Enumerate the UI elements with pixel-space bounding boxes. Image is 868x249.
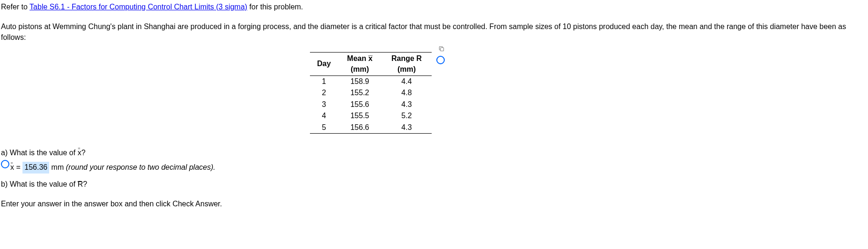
col-mean: _ Mean x (mm) <box>338 53 382 76</box>
question-a: a) What is the value of x? <box>1 148 867 158</box>
answer-a-line: x = 156.36 mm (round your response to tw… <box>10 162 867 173</box>
col-range: Range R (mm) <box>382 53 432 76</box>
refer-text: Refer to <box>1 3 29 11</box>
table-row: 1158.94.4 <box>310 75 432 87</box>
svg-rect-0 <box>441 48 444 51</box>
x-double-bar: x <box>78 149 81 157</box>
answer-value-box[interactable]: 156.36 <box>22 162 49 173</box>
col-day: Day <box>310 53 338 76</box>
footer-instruction: Enter your answer in the answer box and … <box>1 199 867 209</box>
table-row: 5156.64.3 <box>310 122 432 134</box>
table-row: 4155.55.2 <box>310 110 432 121</box>
r-bar: R <box>78 180 83 188</box>
intro-refer-line: Refer to Table S6.1 - Factors for Comput… <box>1 2 867 12</box>
data-table: Day _ Mean x (mm) Range R (mm) 1158.94.4… <box>310 52 432 134</box>
after-link-text: for this problem. <box>247 3 303 11</box>
question-b: b) What is the value of R? <box>1 179 867 189</box>
table-row: 2155.24.8 <box>310 87 432 98</box>
problem-paragraph: Auto pistons at Wemming Chung's plant in… <box>1 22 867 43</box>
data-table-wrap: Day _ Mean x (mm) Range R (mm) 1158.94.4… <box>310 52 460 134</box>
x-double-bar: x <box>10 163 14 171</box>
marker-circle-icon <box>436 56 445 64</box>
table-s6-link[interactable]: Table S6.1 - Factors for Computing Contr… <box>29 3 247 11</box>
marker-circle-icon <box>1 160 9 168</box>
answer-hint: (round your response to two decimal plac… <box>66 163 215 171</box>
copy-icon[interactable] <box>438 45 445 51</box>
table-row: 3155.64.3 <box>310 99 432 110</box>
